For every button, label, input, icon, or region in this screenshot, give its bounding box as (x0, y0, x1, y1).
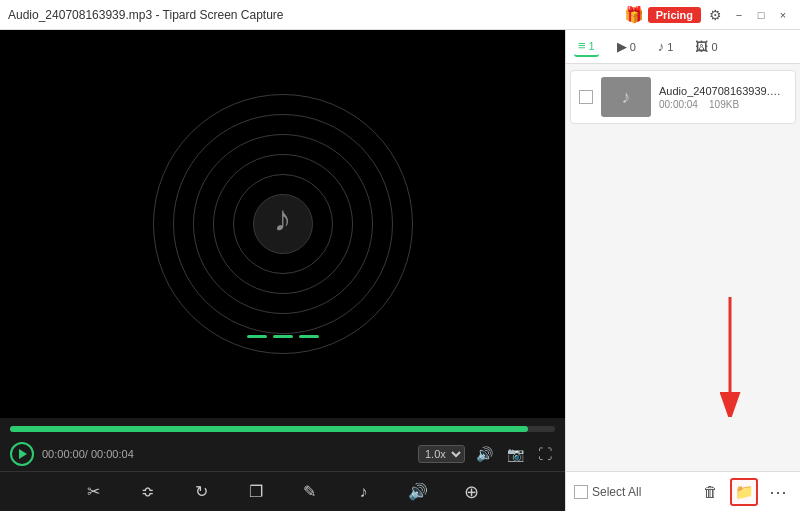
time-display: 00:00:00/ 00:00:04 (42, 448, 134, 460)
file-info: Audio_240708163939.mp3 00:00:04 109KB (659, 85, 787, 110)
image-tab-icon: 🖼 (695, 39, 708, 54)
gift-icon: 🎁 (624, 5, 644, 24)
file-duration: 00:00:04 109KB (659, 99, 787, 110)
file-list-item[interactable]: ♪ Audio_240708163939.mp3 00:00:04 109KB (570, 70, 796, 124)
file-name: Audio_240708163939.mp3 (659, 85, 787, 97)
list-tab-icon: ≡ (578, 38, 586, 53)
select-all-label: Select All (592, 485, 641, 499)
play-icon (19, 449, 27, 459)
more-icon: ⋯ (769, 481, 787, 503)
delete-icon: 🗑 (703, 483, 718, 500)
window-title: Audio_240708163939.mp3 - Tipard Screen C… (8, 8, 624, 22)
audio-tab-icon: ♪ (658, 39, 665, 54)
tab-audio[interactable]: ♪ 1 (654, 37, 678, 56)
audio-tab-count: 1 (667, 41, 673, 53)
right-panel: ≡ 1 ▶ 0 ♪ 1 🖼 0 (565, 30, 800, 511)
vinyl-visualizer: ♪ (153, 94, 413, 354)
image-tab-count: 0 (711, 41, 717, 53)
cut-action[interactable]: ✂ (78, 476, 110, 508)
dash-1 (247, 335, 267, 338)
adjust-action[interactable]: ≎ (132, 476, 164, 508)
video-tab-count: 0 (630, 41, 636, 53)
progress-bar[interactable] (10, 426, 555, 432)
audio-action[interactable]: ♪ (348, 476, 380, 508)
screenshot-icon[interactable]: 📷 (504, 446, 527, 462)
more-options-button[interactable]: ⋯ (764, 478, 792, 506)
video-tab-icon: ▶ (617, 39, 627, 54)
volume-icon[interactable]: 🔊 (473, 446, 496, 462)
player-panel: ♪ Trim (0, 30, 565, 511)
list-tab-count: 1 (589, 40, 595, 52)
tab-image[interactable]: 🖼 0 (691, 37, 721, 56)
action-bar: ✂ ≎ ↻ ❐ ✎ ♪ 🔊 ⊕ (0, 471, 565, 511)
maximize-button[interactable]: □ (752, 6, 770, 24)
file-list: ♪ Audio_240708163939.mp3 00:00:04 109KB (566, 64, 800, 471)
playback-controls-row: 00:00:00/ 00:00:04 1.0x 🔊 📷 ⛶ (0, 436, 565, 472)
folder-icon: 📁 (735, 483, 754, 501)
tab-video[interactable]: ▶ 0 (613, 37, 640, 56)
bottom-toolbar: Select All 🗑 📁 ⋯ (566, 471, 800, 511)
audio-thumb-icon: ♪ (622, 87, 631, 108)
window-controls: 🎁 Pricing ⚙ − □ × (624, 5, 792, 24)
file-checkbox[interactable] (579, 90, 593, 104)
play-button[interactable] (10, 442, 34, 466)
copy-action[interactable]: ❐ (240, 476, 272, 508)
tab-list[interactable]: ≡ 1 (574, 36, 599, 57)
music-note-icon: ♪ (274, 198, 292, 240)
title-bar: Audio_240708163939.mp3 - Tipard Screen C… (0, 0, 800, 30)
audio-wave-indicator (247, 335, 319, 338)
open-folder-button[interactable]: 📁 (730, 478, 758, 506)
edit-action[interactable]: ✎ (294, 476, 326, 508)
progress-container: Trim (0, 418, 565, 436)
close-button[interactable]: × (774, 6, 792, 24)
tab-bar: ≡ 1 ▶ 0 ♪ 1 🖼 0 (566, 30, 800, 64)
delete-button[interactable]: 🗑 (696, 478, 724, 506)
select-all-checkbox[interactable] (574, 485, 588, 499)
settings-icon[interactable]: ⚙ (705, 7, 726, 23)
player-area: ♪ (0, 30, 565, 418)
main-content: ♪ Trim (0, 30, 800, 511)
fullscreen-icon[interactable]: ⛶ (535, 446, 555, 462)
dash-3 (299, 335, 319, 338)
dash-2 (273, 335, 293, 338)
speed-selector[interactable]: 1.0x (418, 445, 465, 463)
progress-fill (10, 426, 528, 432)
file-thumbnail: ♪ (601, 77, 651, 117)
volume-action[interactable]: 🔊 (402, 476, 434, 508)
minimize-button[interactable]: − (730, 6, 748, 24)
pricing-button[interactable]: Pricing (648, 7, 701, 23)
rotate-action[interactable]: ↻ (186, 476, 218, 508)
select-all-area: Select All (574, 485, 690, 499)
more-action[interactable]: ⊕ (456, 476, 488, 508)
